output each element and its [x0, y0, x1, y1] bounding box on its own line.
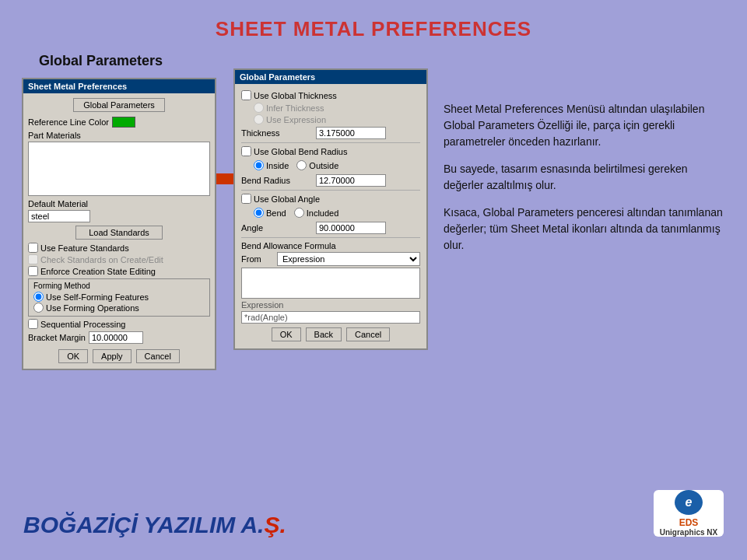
- separator-2: [241, 190, 420, 191]
- logo-circle-icon: e: [675, 490, 703, 515]
- smp-nav-button[interactable]: Global Parameters: [73, 98, 165, 112]
- check-standards-check[interactable]: [28, 254, 38, 264]
- thickness-field-row: Thickness: [241, 127, 420, 139]
- check-standards-row: Check Standards on Create/Edit: [28, 254, 210, 264]
- expression-label: Expression: [241, 300, 420, 310]
- eds-text: EDS: [679, 517, 699, 528]
- use-feature-standards-row: Use Feature Standards: [28, 243, 210, 253]
- from-label: From: [241, 254, 272, 264]
- use-self-forming-radio[interactable]: [33, 292, 44, 302]
- thickness-label: Thickness: [241, 128, 311, 138]
- use-expression-row: Use Expression: [254, 114, 420, 124]
- use-global-angle-check[interactable]: [241, 194, 251, 204]
- global-parameters-label: Global Parameters: [39, 53, 163, 69]
- forming-method-title: Forming Method: [33, 282, 205, 290]
- bottom-text-blue: BOĞAZİÇİ YAZILIM A.: [23, 512, 264, 537]
- smp-apply-button[interactable]: Apply: [93, 349, 132, 363]
- part-materials-list[interactable]: [28, 142, 210, 196]
- use-global-angle-row: Use Global Angle: [241, 194, 420, 204]
- color-swatch[interactable]: [112, 117, 135, 128]
- text-para3: Kısaca, Global Parameters penceresi altı…: [444, 205, 724, 254]
- from-select[interactable]: Expression: [277, 252, 420, 266]
- smp-ok-row: OK Apply Cancel: [28, 346, 210, 366]
- eds-logo: e EDS Unigraphics NX: [654, 490, 724, 537]
- gp-cancel-button[interactable]: Cancel: [346, 327, 390, 341]
- bend-radio[interactable]: [254, 208, 264, 218]
- use-forming-ops-row: Use Forming Operations: [33, 303, 205, 313]
- bend-allowance-formula-label: Bend Allowance Formula: [241, 241, 420, 250]
- smp-window: Sheet Metal Preferences Global Parameter…: [22, 78, 216, 370]
- infer-thickness-row: Infer Thickness: [254, 103, 420, 113]
- bracket-margin-row: Bracket Margin: [28, 331, 210, 344]
- part-materials-label: Part Materials: [28, 131, 210, 140]
- bend-radius-field-row: Bend Radius: [241, 174, 420, 187]
- smp-cancel-button[interactable]: Cancel: [136, 349, 180, 363]
- included-row: Included: [294, 208, 339, 218]
- forming-method-group: Forming Method Use Self-Forming Features…: [28, 278, 210, 317]
- outside-radio[interactable]: [296, 160, 307, 170]
- separator-1: [241, 142, 420, 143]
- use-global-thickness-row: Use Global Thickness: [241, 90, 420, 100]
- page-title: SHEET METAL PREFERENCES: [0, 0, 747, 41]
- sequential-processing-row: Sequential Processing: [28, 319, 210, 329]
- use-global-bend-radius-check[interactable]: [241, 146, 251, 156]
- thickness-input[interactable]: [316, 127, 386, 139]
- gp-window: Global Parameters Use Global Thickness I…: [233, 68, 428, 350]
- enforce-creation-row: Enforce Creation State Editing: [28, 266, 210, 276]
- gp-back-button[interactable]: Back: [306, 327, 342, 341]
- bracket-margin-label: Bracket Margin: [28, 333, 86, 342]
- infer-thickness-radio[interactable]: [254, 103, 264, 113]
- use-expression-radio[interactable]: [254, 114, 264, 124]
- bottom-company-text: BOĞAZİÇİ YAZILIM A.Ş.: [23, 512, 286, 538]
- use-self-forming-row: Use Self-Forming Features: [33, 292, 205, 302]
- use-global-thickness-check[interactable]: [241, 90, 251, 100]
- angle-input[interactable]: [316, 222, 386, 234]
- inside-outside-group: Inside Outside: [254, 159, 420, 172]
- default-material-input[interactable]: [28, 210, 90, 222]
- bend-included-group: Bend Included: [254, 206, 420, 219]
- bend-radius-label: Bend Radius: [241, 176, 311, 185]
- text-para2: Bu sayede, tasarım esnasında belirtilmes…: [444, 161, 724, 194]
- use-forming-ops-radio[interactable]: [33, 303, 44, 313]
- use-global-bend-radius-row: Use Global Bend Radius: [241, 146, 420, 156]
- outside-row: Outside: [296, 160, 338, 170]
- thickness-radio-group: Infer Thickness Use Expression: [254, 103, 420, 124]
- separator-3: [241, 237, 420, 238]
- use-feature-standards-check[interactable]: [28, 243, 38, 253]
- inside-row: Inside: [254, 160, 289, 170]
- smp-titlebar: Sheet Metal Preferences: [23, 79, 215, 93]
- from-row: From Expression: [241, 252, 420, 266]
- bottom-text-red: Ş.: [264, 512, 286, 537]
- text-panel: Sheet Metal Preferences Menüsü altından …: [444, 101, 724, 264]
- gp-ok-button[interactable]: OK: [272, 327, 301, 341]
- expression-input[interactable]: [241, 311, 420, 324]
- text-para1: Sheet Metal Preferences Menüsü altından …: [444, 101, 724, 150]
- bend-row: Bend: [254, 208, 286, 218]
- gp-titlebar: Global Parameters: [235, 70, 426, 84]
- inside-radio[interactable]: [254, 160, 264, 170]
- gp-ok-row: OK Back Cancel: [241, 324, 420, 345]
- bend-radius-input[interactable]: [316, 174, 386, 187]
- nx-text: Unigraphics NX: [660, 528, 717, 537]
- reference-line-label: Reference Line Color: [28, 117, 210, 128]
- sequential-check[interactable]: [28, 319, 38, 329]
- smp-ok-button[interactable]: OK: [58, 349, 88, 363]
- default-material-label: Default Material: [28, 199, 210, 208]
- load-standards-button[interactable]: Load Standards: [75, 226, 163, 240]
- expression-box[interactable]: [241, 268, 420, 299]
- included-radio[interactable]: [294, 208, 304, 218]
- enforce-creation-check[interactable]: [28, 266, 38, 276]
- angle-field-row: Angle: [241, 222, 420, 234]
- angle-label: Angle: [241, 223, 311, 233]
- bracket-margin-input[interactable]: [89, 331, 143, 344]
